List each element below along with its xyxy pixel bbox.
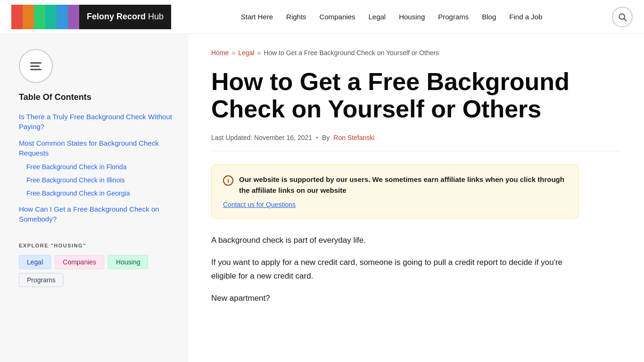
- breadcrumb-legal[interactable]: Legal: [238, 49, 254, 57]
- logo-blocks: [11, 5, 79, 29]
- toc-title: Table Of Contents: [19, 92, 173, 102]
- toc-link-florida[interactable]: Free Background Check in Florida: [26, 163, 126, 171]
- toc-item-1: Is There a Truly Free Background Check W…: [19, 112, 173, 132]
- tag-housing[interactable]: Housing: [108, 255, 148, 269]
- explore-title: EXPLORE "HOUSING": [19, 243, 173, 248]
- page-body: Table Of Contents Is There a Truly Free …: [0, 34, 644, 362]
- nav-start-here[interactable]: Start Here: [241, 13, 273, 21]
- toc-subitem-illinois: Free Background Check in Illinois: [26, 176, 173, 184]
- breadcrumb: Home » Legal » How to Get a Free Backgro…: [211, 49, 621, 57]
- toc-subitem-florida: Free Background Check in Florida: [26, 163, 173, 171]
- toc-sublist: Free Background Check in Florida Free Ba…: [26, 163, 173, 197]
- nav-housing[interactable]: Housing: [399, 13, 425, 21]
- sidebar: Table Of Contents Is There a Truly Free …: [0, 34, 189, 362]
- toc-item-3: How Can I Get a Free Background Check on…: [19, 204, 173, 224]
- logo-block-red: [11, 5, 23, 29]
- affiliate-box: i Our website is supported by our users.…: [211, 165, 579, 219]
- nav-blog[interactable]: Blog: [482, 13, 496, 21]
- meta-date: Last Updated: November 16, 2021: [211, 134, 312, 141]
- meta-dot: •: [316, 134, 318, 141]
- toc-list: Is There a Truly Free Background Check W…: [19, 112, 173, 224]
- logo-block-blue: [57, 5, 68, 29]
- breadcrumb-home[interactable]: Home: [211, 49, 229, 57]
- nav-legal[interactable]: Legal: [368, 13, 386, 21]
- main-content: Home » Legal » How to Get a Free Backgro…: [189, 34, 644, 362]
- tag-companies[interactable]: Companies: [55, 255, 104, 269]
- article-para-3: New apartment?: [211, 292, 579, 305]
- logo-block-purple: [68, 5, 79, 29]
- logo-block-teal: [45, 5, 57, 29]
- logo-normal: Hub: [146, 12, 164, 21]
- toc-link-2[interactable]: Most Common States for Background Check …: [19, 139, 159, 157]
- toc-link-georgia[interactable]: Free Background Check in Georgia: [26, 189, 130, 197]
- logo-block-orange: [23, 5, 34, 29]
- meta-by: By: [322, 134, 330, 141]
- toc-link-illinois[interactable]: Free Background Check in Illinois: [26, 176, 125, 184]
- nav-companies[interactable]: Companies: [320, 13, 355, 21]
- affiliate-contact-link[interactable]: Contact us for Questions: [223, 201, 296, 208]
- explore-tags: Legal Companies Housing Programs: [19, 255, 173, 287]
- toc-subitem-georgia: Free Background Check in Georgia: [26, 189, 173, 197]
- toc-lines-icon: [30, 62, 41, 70]
- toc-link-1[interactable]: Is There a Truly Free Background Check W…: [19, 113, 172, 131]
- affiliate-header: i Our website is supported by our users.…: [223, 174, 567, 196]
- tag-legal[interactable]: Legal: [19, 255, 51, 269]
- meta-author-link[interactable]: Ron Stefanski: [333, 134, 374, 141]
- svg-line-1: [624, 18, 627, 21]
- search-icon: [618, 12, 627, 22]
- breadcrumb-current: How to Get a Free Background Check on Yo…: [264, 49, 439, 57]
- article-meta: Last Updated: November 16, 2021 • By Ron…: [211, 134, 621, 151]
- breadcrumb-sep-1: »: [231, 49, 235, 57]
- site-header: Felony Record Hub Start Here Rights Comp…: [0, 0, 644, 34]
- article-para-2: If you want to apply for a new credit ca…: [211, 256, 579, 283]
- main-nav: Start Here Rights Companies Legal Housin…: [241, 13, 543, 21]
- article-para-1: A background check is part of everyday l…: [211, 234, 579, 247]
- toc-icon-circle: [19, 49, 53, 83]
- toc-item-2: Most Common States for Background Check …: [19, 138, 173, 197]
- toc-link-3[interactable]: How Can I Get a Free Background Check on…: [19, 205, 159, 223]
- affiliate-text: Our website is supported by our users. W…: [239, 174, 567, 196]
- logo-area[interactable]: Felony Record Hub: [11, 5, 171, 29]
- article-body: A background check is part of everyday l…: [211, 234, 621, 305]
- search-button[interactable]: [612, 7, 633, 27]
- nav-programs[interactable]: Programs: [438, 13, 469, 21]
- logo-block-green: [34, 5, 45, 29]
- logo-text-wrap: Felony Record Hub: [79, 5, 171, 29]
- info-icon: i: [223, 175, 233, 186]
- nav-find-a-job[interactable]: Find a Job: [509, 13, 542, 21]
- nav-rights[interactable]: Rights: [286, 13, 306, 21]
- logo-bold: Felony Record: [87, 12, 146, 21]
- article-title: How to Get a Free Background Check on Yo…: [211, 68, 579, 123]
- breadcrumb-sep-2: »: [257, 49, 261, 57]
- tag-programs[interactable]: Programs: [19, 273, 64, 287]
- logo-text: Felony Record Hub: [87, 12, 164, 22]
